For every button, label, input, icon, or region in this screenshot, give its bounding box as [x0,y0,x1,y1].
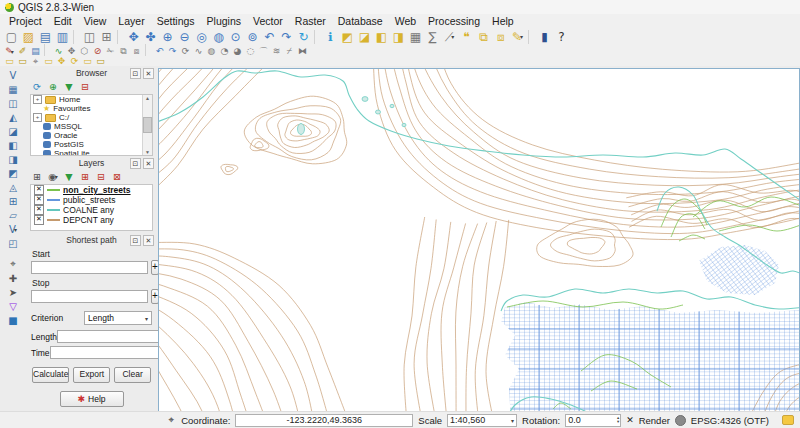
add-part-button[interactable]: ◔ [218,46,231,56]
browser-add-connection-icon[interactable]: ⊕ [47,80,59,92]
collapse-all-icon[interactable]: ⊟ [95,170,107,182]
add-wcs-layer-button[interactable]: ◩ [3,166,23,180]
layer-labeling-button[interactable]: ▭ [3,56,16,66]
add-wfs-layer-button[interactable]: ◬ [3,180,23,194]
fill-ring-button[interactable]: ◕ [231,46,244,56]
layer-labeling-options-button[interactable]: ▭ [16,56,29,66]
zoom-in-button[interactable]: ⊕ [159,28,176,45]
render-checkbox[interactable]: ✕ [626,415,634,425]
save-project-button[interactable]: ▤ [37,28,54,45]
browser-item-postgis[interactable]: PostGIS [31,140,152,149]
menu-item-plugins[interactable]: Plugins [201,15,247,27]
save-project-as-button[interactable]: ▥ [54,28,71,45]
messages-balloon-icon[interactable] [782,415,794,425]
menu-item-layer[interactable]: Layer [112,15,150,27]
add-oracle-layer-button[interactable]: ◧ [3,138,23,152]
layer-visibility-checkbox[interactable]: ✕ [34,195,44,205]
time-input[interactable] [50,346,167,359]
shortest-path-float-button[interactable]: ⊡ [130,235,141,246]
toggle-editing-button[interactable]: ✐ [16,46,29,56]
layers-float-button[interactable]: ⊡ [130,158,141,169]
menu-item-edit[interactable]: Edit [48,15,78,27]
browser-item-spatialite[interactable]: SpatiaLite [31,149,152,156]
help-button[interactable]: ✱ Help [60,391,124,407]
crs-label[interactable]: EPSG:4326 (OTF) [691,415,769,426]
browser-item-c-[interactable]: +C:/ [31,113,152,122]
paste-features-button[interactable]: ⧈ [130,46,143,56]
move-label-button[interactable]: ✥ [55,56,68,66]
shortest-path-close-button[interactable]: ✕ [143,235,154,246]
spatial-query-button[interactable]: ✚ [3,271,23,285]
export-button[interactable]: Export [73,367,110,383]
add-mssql-layer-button[interactable]: ◪ [3,124,23,138]
merge-features-button[interactable]: ⧓ [296,46,309,56]
pan-map-button[interactable]: ✥ [125,28,142,45]
layer-visibility-checkbox[interactable]: ✕ [34,185,44,195]
layers-close-button[interactable]: ✕ [143,158,154,169]
rotate-feature-button[interactable]: ⟳ [179,46,192,56]
highlight-labels-button[interactable]: ▭ [42,56,55,66]
identify-features-button[interactable]: ℹ [322,28,339,45]
zoom-to-layer-button[interactable]: ⊚ [244,28,261,45]
whats-this-button[interactable]: ? [553,28,570,45]
undo-button[interactable]: ↶ [153,46,166,56]
move-feature-button[interactable]: ✥ [65,46,78,56]
spin-down-icon[interactable]: ▾ [617,420,619,425]
scale-select[interactable]: 1:40,560 ▾ [447,414,517,427]
select-polygon-button[interactable]: ◪ [356,28,373,45]
layer-visibility-checkbox[interactable]: ✕ [34,205,44,215]
add-delimited-text-button[interactable]: ⊞ [3,194,23,208]
browser-item-favourites[interactable]: ★Favourites [31,104,152,113]
show-bookmarks-button[interactable]: ⧈ [492,28,509,45]
new-shapefile-button[interactable]: ▱ [3,208,23,222]
current-edits-button[interactable]: ✎▾ [3,46,16,56]
length-input[interactable] [57,330,174,343]
add-feature-button[interactable]: ∿ [52,46,65,56]
change-label-button[interactable]: ▭ [81,56,94,66]
start-input[interactable] [31,261,148,274]
zoom-out-button[interactable]: ⊖ [176,28,193,45]
scroll-thumb[interactable] [143,117,152,133]
open-project-button[interactable]: ▨ [20,28,37,45]
refresh-map-button[interactable]: ↻ [295,28,312,45]
layer-row-non-city-streets[interactable]: ✕non_city_streets [31,185,152,195]
scroll-up-icon[interactable]: ▲ [145,95,150,101]
expander-icon[interactable]: + [33,113,42,122]
menu-item-processing[interactable]: Processing [422,15,486,27]
clear-button[interactable]: Clear [114,367,151,383]
coordinate-input[interactable]: -123.2220,49.3636 [235,414,413,427]
browser-item-mssql[interactable]: MSSQL [31,122,152,131]
menu-item-settings[interactable]: Settings [151,15,201,27]
add-oracle-georaster-button[interactable]: ◰ [3,236,23,250]
attribute-table-button[interactable]: ▦ [407,28,424,45]
criterion-select[interactable]: Length ▾ [84,311,152,325]
zoom-full-button[interactable]: ◍ [210,28,227,45]
add-spatialite-layer-button[interactable]: ◭ [3,110,23,124]
browser-filter-icon[interactable]: ▼ [63,80,75,92]
browser-refresh-icon[interactable]: ⟳ [31,80,43,92]
redo-button[interactable]: ↷ [166,46,179,56]
python-console-button[interactable]: ■ [3,313,23,327]
add-postgis-layer-button[interactable]: ◫ [3,96,23,110]
crs-status-icon[interactable] [675,415,686,426]
menu-item-database[interactable]: Database [332,15,389,27]
scroll-down-icon[interactable]: ▼ [145,149,150,155]
menu-item-help[interactable]: Help [486,15,520,27]
add-ring-button[interactable]: ◍ [205,46,218,56]
add-wms-layer-button[interactable]: ◨ [3,152,23,166]
map-canvas[interactable] [158,68,800,414]
measure-button[interactable]: ⟋▾ [441,28,458,45]
stop-input[interactable] [31,290,148,303]
log-messages-button[interactable]: ▮ [536,28,553,45]
add-layer-definition-button[interactable]: V▾ [3,222,23,236]
copy-features-button[interactable]: ⧉ [117,46,130,56]
menu-item-vector[interactable]: Vector [247,15,289,27]
delete-selected-button[interactable]: ⊘ [91,46,104,56]
label-properties-button[interactable]: ▭ [94,56,107,66]
node-tool-button[interactable]: ⬡ [78,46,91,56]
rotation-spinner[interactable]: 0.0 ▴ ▾ [565,414,621,427]
select-rectangle-button[interactable]: ◩ [339,28,356,45]
rotate-label-button[interactable]: ⟳ [68,56,81,66]
new-bookmark-button[interactable]: ⧉ [475,28,492,45]
menu-item-project[interactable]: Project [3,15,48,27]
